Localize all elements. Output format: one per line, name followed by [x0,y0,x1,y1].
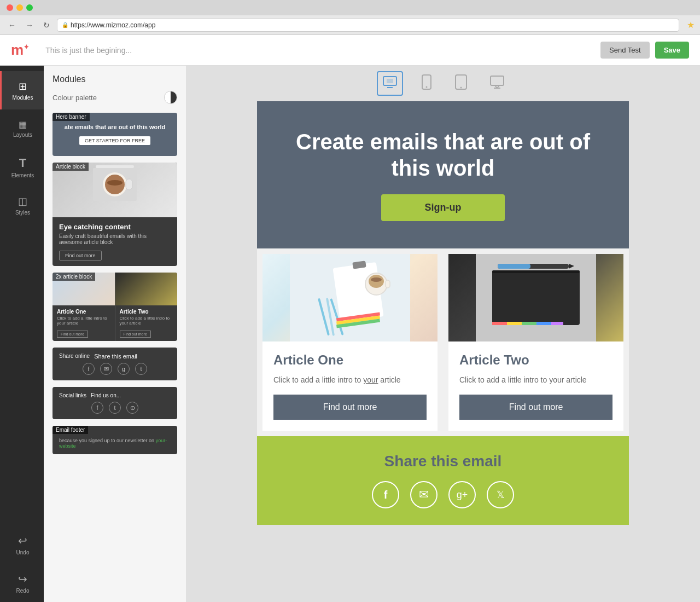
sidebar-item-styles[interactable]: ◫ Styles [0,186,44,224]
svg-rect-5 [126,179,132,190]
link-social-icon[interactable]: ⊙ [126,402,138,414]
col-body-2: Article Two Click to add a little intro … [115,305,178,341]
colour-palette-label: Colour palette [52,94,97,102]
clipboard-scene [290,254,410,341]
footer-text: because you signed up to our newsletter … [59,438,171,449]
article-badge: Article block [52,163,89,171]
col-desc-2: Click to add a little intro to your arti… [120,316,173,326]
svg-rect-37 [492,322,507,325]
modules-panel: Modules Colour palette Hero banner ate e… [44,66,186,602]
module-card-2x[interactable]: 2x article block Article One Click to ad… [52,273,177,341]
google-plus-icon[interactable]: g+ [448,481,476,508]
svg-rect-0 [96,165,134,168]
palette-circle[interactable] [164,91,177,104]
article-card-body-two: Article Two Click to add a little intro … [448,341,623,431]
send-test-button[interactable]: Send Test [600,42,650,59]
footer-text-content: because you signed up to our newsletter … [59,438,154,443]
article-one-text-3: article [378,375,400,384]
back-button[interactable]: ← [5,20,19,31]
redo-label: Redo [16,588,30,594]
article-img [52,163,177,217]
modules-icon: ⊞ [19,80,27,92]
col-btn-2[interactable]: Find out more [120,331,151,338]
col-img-2 [115,273,178,305]
footer-badge: Email footer [52,426,88,434]
sidebar-item-redo[interactable]: ↪ Redo [0,564,44,602]
sidebar-item-modules[interactable]: ⊞ Modules [0,71,44,109]
facebook-icon[interactable]: f [372,481,399,508]
module-card-footer[interactable]: Email footer because you signed up to ou… [52,426,177,454]
modules-panel-title: Modules [52,74,177,84]
twitter-social-icon[interactable]: t [109,402,121,414]
hero-signup-button[interactable]: Sign-up [381,194,505,221]
close-button[interactable] [7,4,13,11]
email-preview: Create emails that are out of this world… [257,101,629,525]
url-text: https://www.mizmoz.com/app [71,21,155,29]
email-icon[interactable]: ✉ [410,481,438,508]
article-card-body-one: Article One Click to add a little intro … [262,341,438,431]
article-body: Eye catching content Easily craft beauti… [52,217,177,266]
hero-section: Create emails that are out of this world… [257,101,629,248]
col-title-1: Article One [57,309,110,315]
mobile-icon[interactable] [416,72,437,95]
sidebar-item-layouts[interactable]: ▦ Layouts [0,109,44,148]
col-title-2: Article Two [120,309,173,315]
col-preview-2: Article Two Click to add a little intro … [115,273,178,341]
monitor-icon[interactable] [485,72,509,95]
2x-badge: 2x article block [52,273,95,281]
social-links-row: f t ⊙ [59,402,171,414]
article-two-title: Article Two [459,352,612,368]
minimize-button[interactable] [16,4,23,11]
google-share-icon[interactable]: g [118,363,130,375]
hero-title: Create emails that are out of this world [279,129,607,181]
phone-icon [421,74,433,90]
undo-icon: ↩ [18,534,27,547]
col-body-1: Article One Click to add a little intro … [52,305,115,341]
preview-toolbar [377,71,509,96]
share-title-preview: Share this email [94,353,137,360]
tablet-icon[interactable] [450,72,472,95]
url-bar[interactable]: 🔒 https://www.mizmoz.com/app [57,19,679,32]
forward-button[interactable]: → [23,20,36,31]
col-btn-1[interactable]: Find out more [57,331,88,338]
responsive-icon [382,74,398,90]
sidebar-bottom: ↩ Undo ↪ Redo [0,525,44,602]
article-one-title: Article One [273,352,427,368]
app-header: m✦ This is just the begining... Send Tes… [0,35,700,66]
facebook-social-icon[interactable]: f [91,402,103,414]
module-card-article[interactable]: Article block Eye catching content Easil… [52,163,177,266]
social-badge: Social links [59,392,86,398]
two-col-preview: Article One Click to add a little intro … [52,273,177,341]
maximize-button[interactable] [26,4,33,11]
article-find-out-btn[interactable]: Find out more [59,251,102,261]
save-button[interactable]: Save [655,42,689,59]
desktop-selected-icon[interactable] [377,71,403,96]
col-preview-1: Article One Click to add a little intro … [52,273,115,341]
hero-badge: Hero banner [52,113,90,121]
module-card-share[interactable]: Share online Share this email f ✉ g t [52,348,177,380]
article-one-btn[interactable]: Find out more [273,395,427,420]
layouts-icon: ▦ [19,119,27,130]
share-icons: f ✉ g+ 𝕏 [273,481,612,508]
article-two-btn[interactable]: Find out more [459,395,612,420]
monitor-icon [489,74,505,90]
facebook-share-icon[interactable]: f [83,363,95,375]
sidebar-item-undo[interactable]: ↩ Undo [0,525,44,564]
module-card-social[interactable]: Social links Find us on... f t ⊙ [52,387,177,419]
module-card-hero[interactable]: Hero banner ate emails that are out of t… [52,113,177,156]
twitter-icon[interactable]: 𝕏 [487,481,514,508]
svg-point-4 [107,180,122,186]
share-section: Share this email f ✉ g+ 𝕏 [257,436,629,525]
share-header: Share online Share this email [59,353,171,360]
reload-button[interactable]: ↻ [40,20,52,31]
logo-icon: m✦ [11,42,29,59]
twitter-share-icon[interactable]: t [135,363,147,375]
email-share-icon[interactable]: ✉ [100,363,112,375]
nav-bar: ← → ↻ 🔒 https://www.mizmoz.com/app ★ [0,15,700,35]
bookmark-button[interactable]: ★ [687,20,695,30]
tablet-icon [454,74,468,90]
sidebar-item-elements[interactable]: T Elements [0,148,44,186]
article-one-text: Click to add a little intro to your arti… [273,374,427,386]
article-one-text-1: Click to add a little intro to [273,375,361,384]
article-two-text: Click to add a little intro to your arti… [459,374,612,386]
